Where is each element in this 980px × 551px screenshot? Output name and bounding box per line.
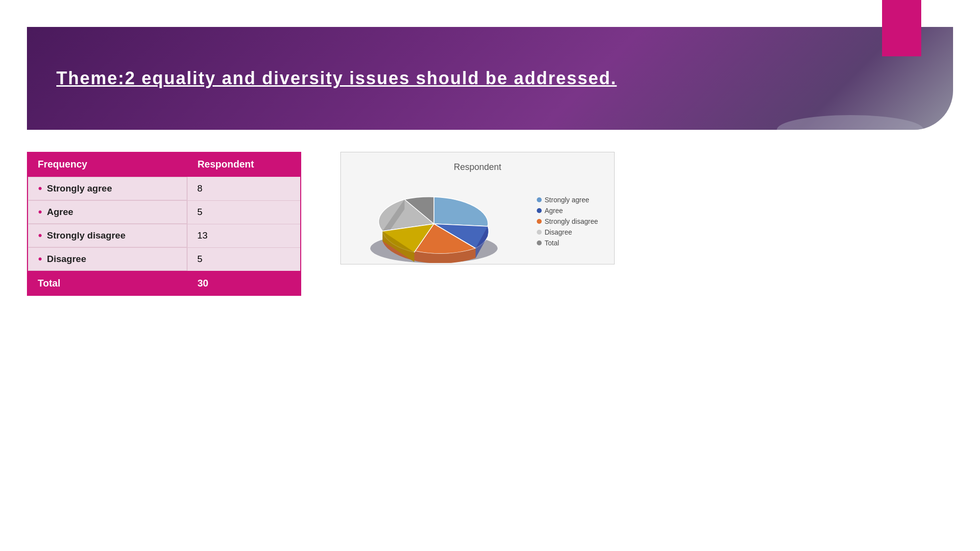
content-area: Frequency Respondent • Strongly agree 8 … (27, 152, 953, 296)
label-text: Agree (47, 207, 73, 217)
legend-color (537, 197, 542, 202)
table-row: • Strongly disagree 13 (27, 224, 301, 247)
bullet-icon: • (38, 253, 42, 265)
legend-color (537, 240, 542, 245)
row-label: • Strongly agree (28, 177, 187, 200)
legend-label: Disagree (545, 228, 572, 236)
pink-decoration (882, 0, 921, 56)
label-text: Strongly disagree (47, 230, 126, 241)
page-title: Theme:2 equality and diversity issues sh… (56, 68, 617, 89)
bullet-icon: • (38, 206, 42, 218)
table-row: • Disagree 5 (27, 247, 301, 271)
bullet-icon: • (38, 229, 42, 242)
legend-item: Strongly disagree (537, 217, 598, 225)
col1-header: Frequency (27, 152, 187, 176)
total-value: 30 (187, 271, 301, 295)
row-value: 8 (187, 176, 301, 200)
chart-container: Respondent (340, 152, 615, 264)
table-row: • Strongly agree 8 (27, 176, 301, 200)
header-banner: Theme:2 equality and diversity issues sh… (27, 27, 953, 130)
legend-item: Strongly agree (537, 196, 598, 204)
legend-color (537, 208, 542, 213)
bullet-icon: • (38, 182, 42, 195)
pie-svg (356, 180, 522, 263)
chart-title: Respondent (454, 162, 501, 172)
chart-legend: Strongly agree Agree Strongly disagree D… (537, 196, 598, 247)
legend-color (537, 230, 542, 235)
legend-label: Agree (545, 207, 563, 215)
row-value: 13 (187, 224, 301, 247)
row-value: 5 (187, 200, 301, 224)
label-text: Disagree (47, 254, 86, 264)
chart-body: Strongly agree Agree Strongly disagree D… (356, 180, 599, 263)
legend-label: Strongly agree (545, 196, 589, 204)
row-label: • Agree (28, 200, 187, 224)
legend-item: Disagree (537, 228, 598, 236)
pie-chart (356, 180, 522, 263)
col2-header: Respondent (187, 152, 301, 176)
legend-item: Total (537, 239, 598, 247)
legend-color (537, 219, 542, 224)
row-value: 5 (187, 247, 301, 271)
row-label: • Disagree (28, 247, 187, 271)
label-text: Strongly agree (47, 183, 112, 194)
total-label: Total (27, 271, 187, 295)
table-row: • Agree 5 (27, 200, 301, 224)
total-row: Total 30 (27, 271, 301, 295)
legend-label: Strongly disagree (545, 217, 598, 225)
legend-item: Agree (537, 207, 598, 215)
frequency-table: Frequency Respondent • Strongly agree 8 … (27, 152, 301, 296)
legend-label: Total (545, 239, 559, 247)
row-label: • Strongly disagree (28, 224, 187, 247)
